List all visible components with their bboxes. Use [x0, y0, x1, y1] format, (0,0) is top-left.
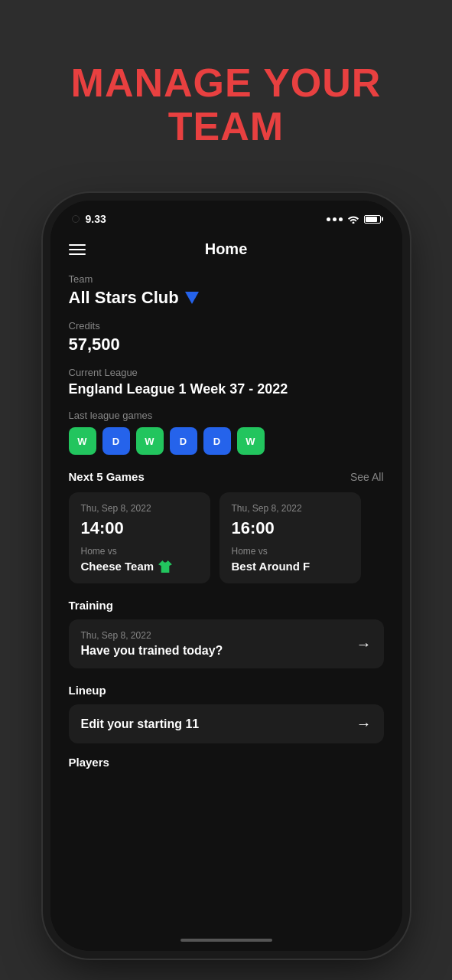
status-bar: 9.33	[50, 201, 402, 231]
signal-dot-1	[327, 217, 330, 221]
game-opponent: Cheese Team	[81, 560, 198, 573]
game-result-badge: D	[170, 427, 197, 455]
game-date: Thu, Sep 8, 2022	[81, 503, 198, 514]
game-card[interactable]: Thu, Sep 8, 2022 16:00 Home vs Best Arou…	[219, 492, 361, 583]
game-result-badge: W	[136, 427, 164, 455]
status-time: 9.33	[86, 213, 106, 225]
phone-screen: 9.33	[50, 201, 402, 951]
battery-fill	[366, 217, 377, 222]
game-card[interactable]: Thu, Sep 8, 2022 14:00 Home vs Cheese Te…	[69, 492, 210, 583]
games-scroll: Thu, Sep 8, 2022 14:00 Home vs Cheese Te…	[69, 492, 384, 583]
credits-label: Credits	[69, 320, 384, 332]
menu-line-2	[69, 249, 86, 250]
team-name-row: All Stars Club	[69, 288, 384, 308]
app-header: Home	[69, 231, 384, 273]
game-result-badge: W	[69, 427, 96, 455]
lineup-text: Edit your starting 11	[81, 717, 200, 731]
training-title: Have you trained today?	[81, 644, 223, 658]
see-all-link[interactable]: See All	[350, 471, 384, 483]
phone-frame: 9.33	[50, 201, 402, 951]
training-arrow-icon[interactable]: →	[356, 635, 372, 653]
game-result-badge: D	[203, 427, 231, 455]
wifi-icon	[347, 214, 359, 224]
page-headline: MANAGE YOURTEAM	[71, 31, 382, 176]
league-section: Current League England League 1 Week 37 …	[69, 367, 384, 397]
next-games-header: Next 5 Games See All	[69, 470, 384, 483]
jersey-icon	[158, 560, 172, 573]
headline-text: MANAGE YOURTEAM	[71, 61, 382, 149]
training-section: Training Thu, Sep 8, 2022 Have you train…	[69, 599, 384, 668]
training-date: Thu, Sep 8, 2022	[81, 630, 223, 641]
lineup-card[interactable]: Edit your starting 11 →	[69, 704, 384, 743]
lineup-label: Lineup	[69, 684, 384, 697]
players-label: Players	[69, 756, 384, 769]
training-info: Thu, Sep 8, 2022 Have you trained today?	[81, 630, 223, 658]
game-time: 16:00	[232, 518, 349, 538]
game-time: 14:00	[81, 518, 198, 538]
next-games-section: Next 5 Games See All Thu, Sep 8, 2022 14…	[69, 470, 384, 583]
game-vs-label: Home vs	[232, 546, 349, 557]
team-label: Team	[69, 273, 384, 285]
lineup-arrow-icon[interactable]: →	[356, 715, 372, 733]
game-result-badge: D	[102, 427, 130, 455]
app-content: Home Team All Stars Club Credits 57,500 …	[50, 231, 402, 769]
menu-button[interactable]	[69, 244, 86, 255]
opponent-name: Cheese Team	[81, 560, 154, 573]
team-name: All Stars Club	[69, 288, 179, 308]
signal-dot-2	[333, 217, 337, 221]
opponent-name: Best Around F	[232, 560, 311, 573]
game-opponent: Best Around F	[232, 560, 349, 573]
game-date: Thu, Sep 8, 2022	[232, 503, 349, 514]
menu-line-3	[69, 253, 86, 255]
menu-line-1	[69, 244, 86, 246]
last-games-section: Last league games WDWDDW	[69, 410, 384, 455]
team-section: Team All Stars Club	[69, 273, 384, 308]
game-result-badge: W	[237, 427, 265, 455]
training-label: Training	[69, 599, 384, 612]
team-badge-icon	[185, 292, 199, 304]
header-title: Home	[205, 240, 248, 258]
camera-dot	[72, 215, 80, 223]
credits-section: Credits 57,500	[69, 320, 384, 354]
game-badges-row: WDWDDW	[69, 427, 384, 455]
signal-dot-3	[339, 217, 343, 221]
lineup-section: Lineup Edit your starting 11 →	[69, 684, 384, 743]
game-vs-label: Home vs	[81, 546, 198, 557]
status-right	[327, 214, 381, 224]
home-indicator	[50, 939, 402, 942]
training-card[interactable]: Thu, Sep 8, 2022 Have you trained today?…	[69, 619, 384, 668]
league-name: England League 1 Week 37 - 2022	[69, 381, 384, 397]
credits-value: 57,500	[69, 335, 384, 354]
next-games-title: Next 5 Games	[69, 470, 145, 483]
league-label: Current League	[69, 367, 384, 378]
home-bar	[180, 939, 272, 942]
signal-dots	[327, 217, 343, 221]
players-section: Players	[69, 756, 384, 769]
battery-icon	[364, 215, 381, 224]
status-left: 9.33	[72, 213, 106, 225]
last-games-label: Last league games	[69, 410, 384, 421]
